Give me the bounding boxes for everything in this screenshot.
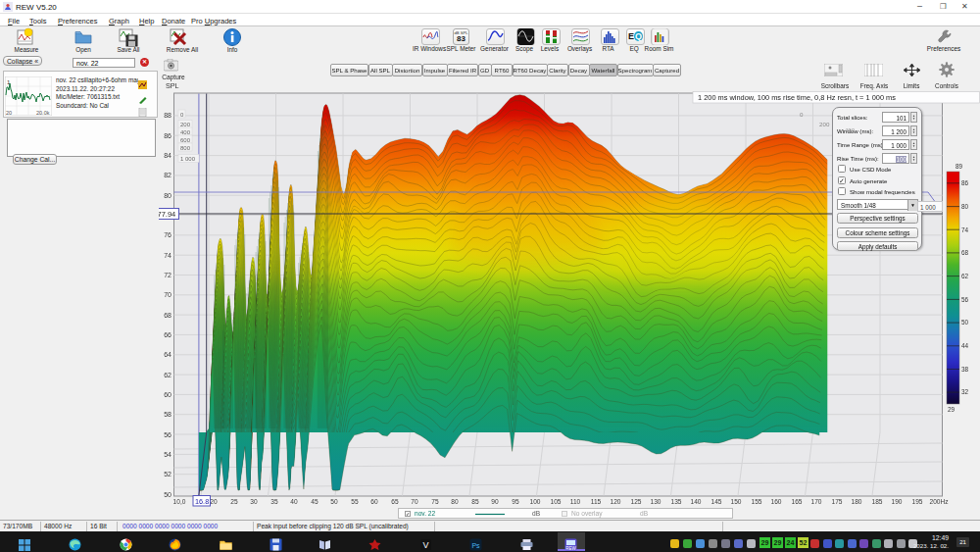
svg-text:125: 125 <box>630 498 641 505</box>
svg-text:150: 150 <box>730 498 741 505</box>
svg-text:145: 145 <box>710 498 721 505</box>
svg-text:800: 800 <box>180 145 191 151</box>
svg-text:62: 62 <box>164 372 172 378</box>
svg-text:68: 68 <box>164 312 172 319</box>
svg-text:60: 60 <box>370 498 378 505</box>
svg-text:REW: REW <box>565 546 576 551</box>
svg-text:160: 160 <box>770 498 781 505</box>
svg-text:165: 165 <box>791 498 802 505</box>
svg-text:50: 50 <box>961 319 969 326</box>
svg-text:16.8: 16.8 <box>195 497 209 506</box>
svg-text:140: 140 <box>690 498 701 505</box>
svg-text:54: 54 <box>164 451 172 458</box>
svg-text:185: 185 <box>871 498 882 505</box>
svg-text:1 000: 1 000 <box>180 156 196 162</box>
svg-text:50: 50 <box>330 498 338 505</box>
svg-text:10,0: 10,0 <box>173 498 186 505</box>
svg-text:82: 82 <box>164 172 172 178</box>
svg-text:190: 190 <box>891 498 902 505</box>
svg-text:70: 70 <box>164 291 172 298</box>
svg-text:400: 400 <box>180 129 191 135</box>
svg-text:56: 56 <box>961 296 969 303</box>
svg-text:60: 60 <box>164 391 172 398</box>
svg-text:95: 95 <box>512 498 519 505</box>
svg-text:85: 85 <box>471 498 479 505</box>
svg-text:74: 74 <box>164 252 172 259</box>
svg-text:0: 0 <box>800 111 804 118</box>
svg-text:105: 105 <box>550 498 561 505</box>
svg-text:77.94: 77.94 <box>158 210 176 219</box>
svg-text:62: 62 <box>961 273 969 279</box>
svg-text:52: 52 <box>164 471 172 477</box>
svg-text:200Hz: 200Hz <box>929 498 948 505</box>
svg-text:Ps: Ps <box>471 542 480 549</box>
svg-text:40: 40 <box>290 498 298 505</box>
svg-text:86: 86 <box>164 132 172 139</box>
svg-text:200: 200 <box>819 121 830 127</box>
svg-text:68: 68 <box>961 249 969 256</box>
svg-text:135: 135 <box>670 498 681 505</box>
svg-text:1 200 ms window, 100 ms rise t: 1 200 ms window, 100 ms rise time, 0,8 H… <box>698 93 896 102</box>
svg-text:89: 89 <box>956 163 963 170</box>
svg-text:88: 88 <box>164 112 172 119</box>
svg-text:44: 44 <box>961 342 969 349</box>
svg-text:20: 20 <box>210 498 218 505</box>
svg-text:29: 29 <box>948 406 956 413</box>
svg-text:90: 90 <box>491 498 499 505</box>
svg-text:38: 38 <box>961 366 969 373</box>
svg-text:55: 55 <box>351 498 359 505</box>
svg-text:115: 115 <box>591 498 602 505</box>
svg-text:72: 72 <box>164 272 172 278</box>
svg-text:80: 80 <box>961 203 969 210</box>
svg-text:175: 175 <box>831 498 842 505</box>
svg-text:20.0k: 20.0k <box>36 110 50 116</box>
svg-text:80: 80 <box>451 498 459 505</box>
svg-text:170: 170 <box>810 498 821 505</box>
svg-text:70: 70 <box>411 498 418 505</box>
svg-text:32: 32 <box>961 388 969 395</box>
svg-text:195: 195 <box>911 498 922 505</box>
svg-text:65: 65 <box>391 498 399 505</box>
svg-text:25: 25 <box>230 498 238 505</box>
svg-text:84: 84 <box>164 152 172 159</box>
svg-text:50: 50 <box>164 491 172 498</box>
svg-text:180: 180 <box>851 498 861 505</box>
svg-text:56: 56 <box>164 431 172 438</box>
svg-text:30: 30 <box>250 498 258 505</box>
svg-text:V: V <box>422 540 428 550</box>
svg-text:600: 600 <box>180 137 191 143</box>
svg-text:SPL: SPL <box>166 81 179 90</box>
svg-text:58: 58 <box>164 411 172 418</box>
svg-text:110: 110 <box>570 498 581 505</box>
svg-text:75: 75 <box>431 498 439 505</box>
svg-text:155: 155 <box>751 498 761 505</box>
svg-text:66: 66 <box>164 331 172 338</box>
svg-text:120: 120 <box>610 498 620 505</box>
svg-text:64: 64 <box>164 351 172 358</box>
svg-text:86: 86 <box>961 179 969 186</box>
svg-text:35: 35 <box>270 498 278 505</box>
svg-text:45: 45 <box>311 498 318 505</box>
svg-text:80: 80 <box>164 192 172 199</box>
svg-text:20: 20 <box>6 110 12 116</box>
svg-text:100: 100 <box>529 498 540 505</box>
svg-text:74: 74 <box>961 226 969 233</box>
svg-text:130: 130 <box>650 498 661 505</box>
svg-text:200: 200 <box>180 122 191 127</box>
svg-text:76: 76 <box>164 231 172 238</box>
